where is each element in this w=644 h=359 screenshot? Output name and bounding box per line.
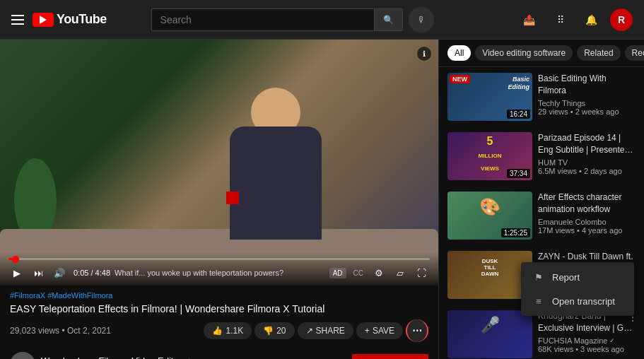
context-menu: ⚑ Report ≡ Open transcript	[521, 262, 634, 316]
card-title: Parizaad Episode 14 | Eng Subtitle | Pre…	[538, 132, 636, 156]
channel-name: Wondershare Filmora Video Editor ✓	[41, 355, 346, 359]
account-avatar-button[interactable]: R	[610, 8, 633, 31]
transcript-label: Open transcript	[552, 296, 615, 307]
video-controls: ▶ ⏭ 🔊 0:05 / 4:48 What if... you woke up…	[0, 252, 438, 286]
filter-tab-related[interactable]: Related	[577, 45, 620, 61]
card-views: 6.5M views • 2 days ago	[538, 167, 636, 175]
video-card[interactable]: 🎤 Khudgharz Band | Exclusive Interview |…	[439, 305, 644, 359]
video-section: ℹ ▶ ⏭ 🔊 0:05 / 4:48 What if... you woke …	[0, 40, 438, 359]
hamburger-menu-button[interactable]	[11, 15, 24, 25]
card-channel: Techly Things	[538, 99, 636, 107]
video-meta-row: 29,023 views • Oct 2, 2021 👍 1.1K 👎 20 ↗…	[10, 319, 428, 342]
save-button[interactable]: + SAVE	[356, 322, 403, 339]
next-button[interactable]: ⏭	[30, 264, 47, 281]
channel-info: Wondershare Filmora Video Editor ✓ https…	[41, 355, 346, 359]
nav-right: 📤 ⠿ 🔔 R	[517, 7, 633, 33]
notifications-icon: 🔔	[585, 14, 597, 25]
search-input[interactable]	[160, 14, 365, 25]
miniplayer-button[interactable]: ▱	[392, 264, 409, 281]
video-thumbnail-5: 🎤	[447, 310, 532, 358]
filter-tab-all[interactable]: All	[447, 45, 471, 61]
volume-button[interactable]: 🔊	[51, 264, 68, 281]
channel-row: 🎬 Wondershare Filmora Video Editor ✓ htt…	[0, 348, 438, 359]
video-info: #FilmoraX #MadeWithFilmora EASY Teleport…	[0, 286, 438, 348]
filter-tab-rec[interactable]: Rec...	[625, 45, 644, 61]
card-views: 29 views • 2 weeks ago	[538, 107, 636, 116]
cc-label[interactable]: CC	[351, 269, 366, 277]
thumbnail-wrap: BasicEditing 16:24 NEW	[447, 73, 532, 121]
apps-button[interactable]: ⠿	[548, 7, 573, 33]
fullscreen-button[interactable]: ⛶	[413, 264, 430, 281]
controls-row: ▶ ⏭ 🔊 0:05 / 4:48 What if... you woke up…	[8, 264, 430, 281]
card-views: 17M views • 4 years ago	[538, 226, 636, 235]
top-navigation: YouTube 🔍 🎙 📤 ⠿ 🔔 R	[0, 0, 644, 40]
like-button[interactable]: 👍 1.1K	[204, 322, 252, 339]
search-input-wrap	[151, 8, 375, 31]
video-card[interactable]: 5MILLIONVIEWS 37:34 Parizaad Episode 14 …	[439, 126, 644, 186]
video-card[interactable]: 🎨 1:25:25 After Effects character animat…	[439, 186, 644, 245]
card-meta: Basic Editing With Filmora Techly Things…	[538, 73, 636, 121]
filter-tab-video-editing[interactable]: Video editing software	[475, 45, 573, 61]
report-menu-item[interactable]: ⚑ Report	[521, 265, 634, 289]
thumbnail-wrap: 5MILLIONVIEWS 37:34	[447, 132, 532, 180]
video-thumbnail-4: DUSKTILLDAWN	[447, 251, 532, 299]
person-figure	[219, 88, 332, 243]
video-info-button[interactable]: ℹ	[417, 47, 431, 61]
card-title: Basic Editing With Filmora	[538, 73, 636, 97]
card-title: After Effects character animation workfl…	[538, 192, 636, 216]
dislike-icon: 👎	[263, 326, 274, 336]
youtube-logo-icon	[33, 13, 54, 27]
search-icon: 🔍	[383, 15, 394, 25]
more-options-button[interactable]: ⋯	[406, 319, 428, 342]
report-label: Report	[552, 272, 580, 283]
sidebar: All Video editing software Related Rec..…	[438, 40, 644, 359]
channel-avatar[interactable]: 🎬	[10, 352, 35, 359]
search-button[interactable]: 🔍	[375, 8, 403, 31]
card-meta: Khudgharz Band | Exclusive Interview | G…	[538, 310, 636, 358]
upload-icon: 📤	[523, 14, 535, 25]
card-channel: HUM TV	[538, 158, 636, 167]
progress-fill	[8, 258, 16, 260]
view-count: 29,023 views • Oct 2, 2021	[10, 326, 111, 336]
youtube-logo[interactable]: YouTube	[33, 12, 107, 27]
new-badge: NEW	[450, 75, 470, 83]
filter-tabs: All Video editing software Related Rec..…	[439, 40, 644, 67]
apps-icon: ⠿	[557, 14, 564, 25]
open-transcript-menu-item[interactable]: ≡ Open transcript	[521, 289, 634, 313]
upload-button[interactable]: 📤	[517, 7, 542, 33]
notifications-button[interactable]: 🔔	[579, 7, 604, 33]
thumbnail-wrap: 🎤	[447, 310, 532, 358]
card-channel: FUCHSIA Magazine ✓	[538, 336, 636, 345]
like-icon: 👍	[212, 326, 223, 336]
more-dots-icon: ⋯	[412, 325, 422, 336]
thumbnail-wrap: DUSKTILLDAWN	[447, 251, 532, 299]
avatar-initial: R	[618, 14, 625, 25]
progress-bar[interactable]	[8, 258, 430, 260]
video-thumbnail	[0, 40, 438, 286]
share-button[interactable]: ↗ SHARE	[298, 322, 353, 339]
youtube-logo-text: YouTube	[57, 12, 107, 27]
more-options-inner: ⋯	[407, 319, 427, 342]
video-card[interactable]: BasicEditing 16:24 NEW Basic Editing Wit…	[439, 67, 644, 126]
mic-icon: 🎙	[417, 15, 426, 25]
video-tag: #FilmoraX #MadeWithFilmora	[10, 291, 428, 300]
red-square-decoration	[226, 192, 239, 204]
microphone-button[interactable]: 🎙	[409, 7, 434, 33]
card-meta: Parizaad Episode 14 | Eng Subtitle | Pre…	[538, 132, 636, 180]
duration-badge: 16:24	[507, 110, 530, 119]
video-player[interactable]: ℹ ▶ ⏭ 🔊 0:05 / 4:48 What if... you woke …	[0, 40, 438, 286]
card-meta: After Effects character animation workfl…	[538, 192, 636, 240]
main-layout: ℹ ▶ ⏭ 🔊 0:05 / 4:48 What if... you woke …	[0, 40, 644, 359]
duration-badge: 37:34	[507, 169, 530, 178]
flag-icon: ⚑	[532, 271, 545, 283]
person-body	[230, 126, 322, 240]
play-button[interactable]: ▶	[8, 264, 25, 281]
subscribe-button[interactable]: SUBSCRIBE	[352, 354, 428, 359]
card-channel: Emanuele Colombo	[538, 218, 636, 226]
thumbnail-wrap: 🎨 1:25:25	[447, 192, 532, 240]
settings-button[interactable]: ⚙	[370, 264, 387, 281]
card-views: 68K views • 3 weeks ago	[538, 345, 636, 353]
transcript-icon: ≡	[532, 295, 545, 307]
save-icon: +	[365, 326, 370, 336]
dislike-button[interactable]: 👎 20	[254, 322, 294, 339]
